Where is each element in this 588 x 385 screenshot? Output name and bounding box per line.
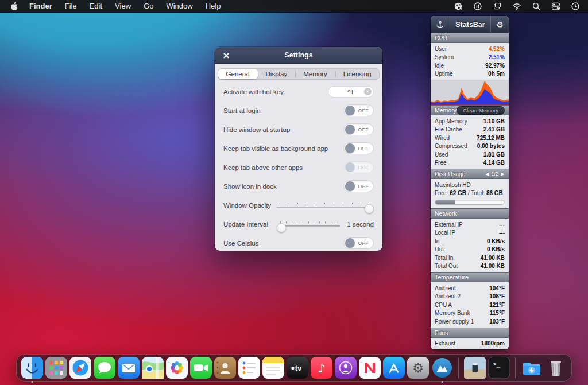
fans-section-header: Fans (431, 328, 509, 338)
setting-label: Window Opacity (223, 202, 276, 209)
dock-icon-mail[interactable] (118, 357, 140, 379)
dock-icon-news[interactable] (359, 357, 381, 379)
cpu-header-label: CPU (435, 34, 505, 41)
stat-label: Wired (435, 135, 477, 141)
anchor-icon[interactable]: ⚓ (431, 16, 450, 33)
tab-general[interactable]: General (218, 69, 258, 79)
statsbar-titlebar[interactable]: ⚓ StatsBar ⚙ (431, 16, 509, 33)
stat-label: Memory Bank (435, 310, 490, 316)
dock-icon-appstore[interactable] (383, 357, 405, 379)
temperature-section-header: Temperature (431, 272, 509, 282)
stat-row: Compressed0.00 bytes (431, 142, 509, 151)
dock-icon-terminal[interactable]: >_ (488, 357, 510, 379)
toggle-show-icon-in-dock[interactable]: OFF (343, 180, 374, 192)
tick-mark (280, 203, 280, 204)
close-icon[interactable]: × (220, 49, 233, 62)
tick-mark (334, 203, 334, 204)
stat-label: Total Out (435, 263, 481, 269)
stat-value: --- (499, 230, 505, 236)
slider-update-interval[interactable] (277, 221, 340, 227)
gear-icon[interactable]: ⚙ (490, 16, 509, 33)
stat-row: Ambient 2108°F (431, 293, 509, 301)
stat-value: 2.51% (489, 54, 505, 60)
disk-free-prefix: Free: (435, 190, 448, 196)
tick-mark (307, 203, 307, 204)
search-icon[interactable] (531, 2, 541, 11)
menu-item-go[interactable]: Go (144, 2, 153, 10)
tab-memory[interactable]: Memory (295, 69, 335, 79)
menu-item-file[interactable]: File (65, 2, 77, 10)
menu-item-view[interactable]: View (115, 2, 131, 10)
stat-label: External IP (435, 221, 499, 228)
stacked-windows-icon[interactable] (492, 2, 502, 11)
menu-item-help[interactable]: Help (206, 2, 221, 10)
stat-row: File Cache2.41 GB (431, 126, 509, 134)
pager-prev-icon[interactable]: ◀ (485, 171, 489, 177)
clock-icon[interactable] (570, 2, 580, 11)
pause-circle-icon[interactable] (473, 2, 482, 11)
stat-value: 108°F (489, 293, 505, 300)
dock-icon-finder[interactable] (21, 357, 43, 379)
memory-header-label: Memory (435, 107, 457, 114)
dock-icon-podcasts[interactable] (335, 357, 357, 379)
pager-next-icon[interactable]: ▶ (501, 171, 505, 177)
disk-free-value: 62 GB (450, 190, 466, 196)
network-rows: External IP---Local IP---In0 KB/sOut0 KB… (431, 219, 509, 272)
tick-mark (297, 203, 298, 204)
stat-value: 0.00 bytes (477, 143, 505, 149)
svg-text:tv: tv (295, 364, 302, 372)
settings-titlebar[interactable]: × Settings (215, 47, 382, 64)
apple-menu-icon[interactable] (10, 2, 19, 11)
tick-mark (308, 221, 309, 223)
tab-display[interactable]: Display (258, 69, 296, 79)
dock-icon-downloads[interactable] (521, 357, 543, 379)
dock-icon-messages[interactable] (94, 357, 115, 379)
stat-value: 0h 5m (488, 71, 505, 77)
cpu-section-header: CPU (431, 33, 509, 43)
slider-thumb[interactable] (277, 223, 286, 232)
tick-mark (292, 221, 292, 223)
clear-icon[interactable]: × (364, 88, 372, 95)
dock-icon-launchpad[interactable] (45, 357, 67, 379)
dock-icon-tv[interactable]: tv (287, 357, 308, 379)
dock-icon-reminders[interactable] (238, 357, 260, 379)
clean-memory-button[interactable]: Clean Memory (457, 106, 505, 115)
tick-mark (303, 221, 303, 223)
dock-icon-facetime[interactable] (190, 357, 212, 379)
tick-mark (361, 203, 361, 204)
control-center-icon[interactable] (551, 2, 560, 11)
stat-row: Exhaust1800rpm (431, 340, 509, 348)
activity-globe-icon[interactable] (453, 2, 463, 11)
menu-item-edit[interactable]: Edit (90, 2, 102, 10)
stat-value: 4.52% (489, 46, 505, 52)
toggle-use-celsius[interactable]: OFF (343, 237, 374, 249)
toggle-hide-window-at-startup[interactable]: OFF (343, 123, 374, 135)
dock-icon-sysprefs[interactable]: ⚙ (407, 357, 429, 379)
disk-info: Macintosh HD Free: 62 GB / Total: 86 GB (431, 179, 509, 208)
stat-label: In (435, 238, 487, 244)
dock-icon-music[interactable]: ♪ (311, 357, 332, 379)
menubar-app-name[interactable]: Finder (29, 2, 52, 10)
settings-rows: Activate with hot key^T×Start at loginOF… (215, 80, 382, 252)
dock-icon-statsbar[interactable] (431, 357, 453, 379)
dock-icon-trash[interactable] (545, 357, 567, 379)
dock-icon-notes[interactable] (262, 357, 284, 379)
setting-label: Hide window at startup (223, 126, 343, 133)
toggle-start-at-login[interactable]: OFF (343, 104, 374, 116)
dock-icon-maps[interactable] (142, 357, 164, 379)
dock-icon-photos[interactable] (166, 357, 188, 379)
stat-label: Compressed (435, 143, 477, 149)
setting-row-use-celsius: Use CelsiusOFF (215, 234, 382, 252)
hotkey-input[interactable]: ^T× (328, 86, 374, 98)
slider-thumb[interactable] (365, 204, 374, 213)
wifi-icon[interactable] (512, 2, 521, 11)
fans-rows: Exhaust1800rpm (431, 338, 509, 350)
toggle-keep-tab-visible-as-background-app[interactable]: OFF (343, 142, 374, 154)
fans-header-label: Fans (435, 329, 505, 336)
dock-icon-safari[interactable] (69, 357, 91, 379)
menu-item-window[interactable]: Window (166, 2, 192, 10)
dock-icon-contacts[interactable] (214, 357, 236, 379)
slider-window-opacity[interactable] (276, 203, 374, 208)
dock-icon-image-file[interactable] (464, 357, 486, 379)
tab-licensing[interactable]: Licensing (335, 69, 380, 79)
